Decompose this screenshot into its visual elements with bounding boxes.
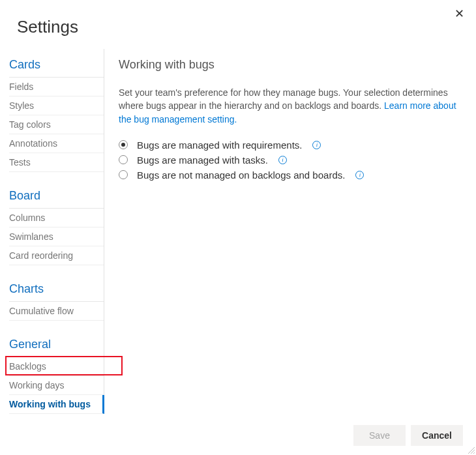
sidebar-item-backlogs[interactable]: Backlogs [9, 357, 104, 376]
svg-line-2 [473, 452, 475, 454]
sidebar: Cards Fields Styles Tag colors Annotatio… [0, 49, 104, 413]
save-button[interactable]: Save [353, 425, 406, 446]
radio-icon[interactable] [119, 140, 128, 149]
footer: Save Cancel [353, 425, 463, 446]
sidebar-section-cards: Cards [9, 49, 104, 78]
option-not-managed[interactable]: Bugs are not managed on backlogs and boa… [119, 168, 460, 183]
content-description: Set your team's preference for how they … [119, 86, 460, 126]
close-icon[interactable]: ✕ [454, 8, 464, 20]
sidebar-item-tests[interactable]: Tests [9, 153, 104, 172]
sidebar-item-working-with-bugs[interactable]: Working with bugs [9, 395, 104, 414]
sidebar-item-annotations[interactable]: Annotations [9, 134, 104, 153]
info-icon[interactable]: i [278, 156, 287, 164]
info-icon[interactable]: i [312, 141, 321, 149]
content-panel: Working with bugs Set your team's prefer… [104, 49, 476, 413]
sidebar-section-general: General [9, 332, 104, 357]
sidebar-item-working-days[interactable]: Working days [9, 376, 104, 395]
cancel-button[interactable]: Cancel [411, 425, 463, 446]
radio-icon[interactable] [119, 170, 128, 179]
sidebar-section-board: Board [9, 184, 104, 209]
option-tasks[interactable]: Bugs are managed with tasks. i [119, 153, 460, 168]
sidebar-item-card-reordering[interactable]: Card reordering [9, 246, 104, 265]
info-icon[interactable]: i [355, 171, 364, 179]
sidebar-section-charts: Charts [9, 277, 104, 302]
content-title: Working with bugs [119, 58, 460, 72]
resize-grip-icon[interactable] [467, 446, 475, 454]
sidebar-item-cumulative-flow[interactable]: Cumulative flow [9, 302, 104, 321]
option-label: Bugs are managed with requirements. [137, 139, 302, 151]
sidebar-item-styles[interactable]: Styles [9, 96, 104, 115]
option-label: Bugs are not managed on backlogs and boa… [137, 169, 345, 181]
option-requirements[interactable]: Bugs are managed with requirements. i [119, 138, 460, 153]
page-title: Settings [0, 0, 476, 49]
sidebar-item-tag-colors[interactable]: Tag colors [9, 115, 104, 134]
sidebar-item-fields[interactable]: Fields [9, 78, 104, 96]
option-label: Bugs are managed with tasks. [137, 154, 268, 166]
sidebar-item-swimlanes[interactable]: Swimlanes [9, 228, 104, 246]
sidebar-item-columns[interactable]: Columns [9, 209, 104, 228]
radio-icon[interactable] [119, 155, 128, 164]
